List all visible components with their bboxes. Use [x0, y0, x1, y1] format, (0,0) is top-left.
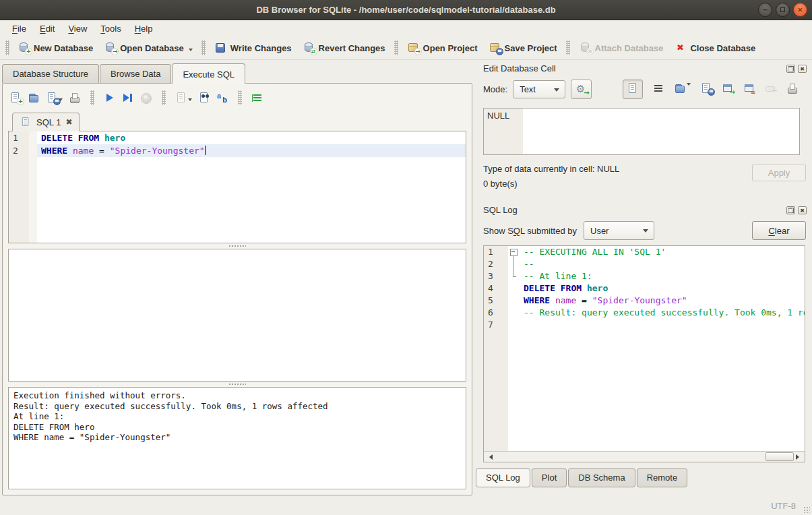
- tab-close-icon[interactable]: ✖: [65, 118, 72, 126]
- sql-doc-tab[interactable]: SQL 1 ✖: [12, 113, 80, 131]
- execute-all-button[interactable]: [104, 92, 116, 103]
- save-sql-file-button[interactable]: [46, 92, 63, 103]
- find-replace-button[interactable]: [216, 92, 228, 103]
- line-number: 3: [484, 270, 508, 282]
- float-panel-icon[interactable]: [786, 206, 795, 214]
- dock-tab-db-schema[interactable]: DB Schema: [568, 468, 635, 487]
- close-panel-icon[interactable]: [798, 65, 807, 73]
- minimize-icon[interactable]: −: [758, 3, 772, 17]
- apply-changes-icon-button[interactable]: [571, 80, 592, 99]
- toolbar-separator: [238, 90, 242, 105]
- scroll-left-icon[interactable]: [487, 454, 493, 460]
- tab-database-structure[interactable]: Database Structure: [2, 64, 99, 83]
- submitted-by-select[interactable]: User: [584, 221, 654, 240]
- line-number: 4: [484, 282, 508, 295]
- menu-edit[interactable]: Edit: [33, 22, 61, 36]
- sql-log-view[interactable]: 1-- EXECUTING ALL IN 'SQL 1'2--3-- At li…: [483, 245, 805, 462]
- open-database-label: Open Database: [120, 43, 184, 53]
- menu-help[interactable]: Help: [128, 22, 160, 36]
- menu-view[interactable]: View: [61, 22, 94, 36]
- close-icon[interactable]: ✕: [793, 3, 807, 17]
- copy-link-button[interactable]: [743, 83, 755, 96]
- attach-database-button: Attach Database: [573, 40, 669, 56]
- message-line: Execution finished without errors.: [13, 390, 461, 401]
- apply-button[interactable]: Apply: [752, 164, 806, 181]
- line-number: 2: [484, 258, 508, 270]
- message-line: At line 1:: [13, 411, 461, 422]
- open-external-icon: [722, 83, 734, 94]
- revert-changes-label: Revert Changes: [319, 43, 385, 53]
- edit-cell-dock-header: Edit Database Cell: [475, 60, 812, 75]
- tab-execute-sql[interactable]: Execute SQL: [172, 63, 245, 84]
- mode-select[interactable]: Text: [513, 80, 565, 98]
- encoding-indicator: UTF-8: [771, 501, 796, 511]
- new-database-button[interactable]: New Database: [12, 40, 98, 56]
- cell-type-text: Type of data currently in cell: NULL: [483, 164, 619, 174]
- find-button[interactable]: [198, 92, 210, 103]
- dock-tab-remote[interactable]: Remote: [637, 468, 688, 487]
- gear-arrow-icon: [575, 84, 588, 95]
- scrollbar-thumb[interactable]: [766, 452, 794, 461]
- clear-button[interactable]: Clear: [752, 221, 806, 240]
- cell-editor[interactable]: NULL: [483, 108, 800, 155]
- save-project-button[interactable]: Save Project: [483, 40, 563, 56]
- maximize-icon[interactable]: [776, 3, 790, 17]
- code-text: WHERE name = "Spider-Youngster": [37, 144, 466, 157]
- word-wrap-button[interactable]: [652, 83, 664, 96]
- fold-margin: [508, 295, 520, 307]
- close-database-button[interactable]: Close Database: [668, 40, 761, 56]
- scroll-right-icon[interactable]: [796, 454, 802, 460]
- open-tab-button[interactable]: [9, 92, 22, 103]
- write-changes-label: Write Changes: [230, 43, 292, 53]
- toolbar-separator: [90, 90, 94, 105]
- plus-badge-icon: [25, 48, 32, 55]
- dropdown-caret-icon[interactable]: [188, 98, 192, 103]
- message-line: DELETE FROM hero: [13, 422, 461, 433]
- save-sql-file-icon: [46, 92, 58, 103]
- sql-editor[interactable]: 1DELETE FROM hero2WHERE name = "Spider-Y…: [8, 131, 466, 243]
- dock-tab-plot[interactable]: Plot: [532, 468, 567, 487]
- revert-changes-button[interactable]: Revert Changes: [297, 40, 391, 56]
- horizontal-scrollbar[interactable]: [484, 451, 805, 462]
- titlebar[interactable]: DB Browser for SQLite - /home/user/code/…: [0, 0, 812, 20]
- fold-margin: [508, 307, 520, 319]
- set-null-icon: [765, 83, 777, 94]
- line-number: 6: [484, 307, 508, 319]
- text-view-button[interactable]: [623, 80, 643, 99]
- dock-tab-sql-log[interactable]: SQL Log: [476, 468, 530, 487]
- write-changes-icon: [214, 42, 226, 53]
- resize-grip[interactable]: [803, 506, 810, 513]
- new-database-icon: [18, 42, 30, 53]
- close-panel-icon[interactable]: [798, 206, 807, 214]
- write-changes-button[interactable]: Write Changes: [209, 40, 297, 56]
- open-project-button[interactable]: Open Project: [402, 40, 483, 56]
- menu-file[interactable]: File: [5, 22, 33, 36]
- text-cursor: [205, 146, 206, 155]
- attach-database-label: Attach Database: [595, 43, 664, 53]
- open-external-button[interactable]: [722, 83, 734, 96]
- splitter-handle[interactable]: [8, 382, 466, 387]
- execute-current-line-button[interactable]: [122, 92, 134, 103]
- dropdown-caret-icon[interactable]: [687, 83, 691, 98]
- open-database-button[interactable]: Open Database: [98, 40, 198, 56]
- code-line: 1DELETE FROM hero: [9, 131, 466, 144]
- window-title: DB Browser for SQLite - /home/user/code/…: [256, 5, 555, 15]
- open-project-icon: [407, 42, 419, 53]
- line-number: 1: [9, 131, 29, 144]
- menu-tools[interactable]: Tools: [94, 22, 127, 36]
- print-cell-button[interactable]: [786, 83, 799, 96]
- save-badge-icon: [53, 98, 61, 105]
- format-sql-button[interactable]: [251, 92, 263, 103]
- message-line: Result: query executed successfully. Too…: [13, 401, 461, 412]
- execution-message-pane: Execution finished without errors.Result…: [8, 387, 466, 489]
- open-sql-file-button[interactable]: [28, 92, 40, 103]
- revert-changes-icon: [303, 42, 315, 53]
- export-data-button[interactable]: [700, 83, 712, 96]
- splitter-handle[interactable]: [8, 243, 466, 249]
- tab-browse-data[interactable]: Browse Data: [100, 64, 171, 83]
- float-panel-icon[interactable]: [786, 65, 795, 73]
- print-button[interactable]: [69, 92, 81, 103]
- dropdown-caret-icon[interactable]: [189, 49, 193, 53]
- fold-margin: [508, 319, 520, 331]
- import-data-button[interactable]: [674, 83, 691, 96]
